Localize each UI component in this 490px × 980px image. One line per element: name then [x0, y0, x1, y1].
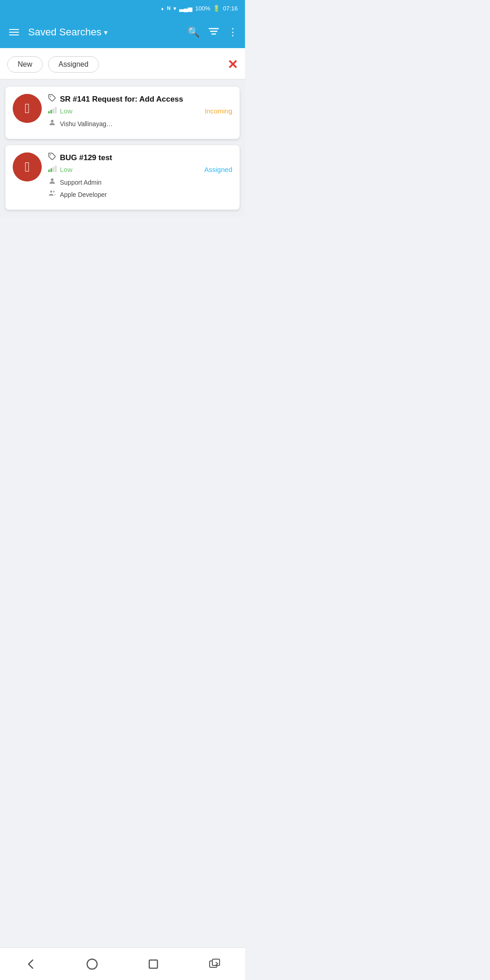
bluetooth-icon: ⬧ [161, 5, 164, 12]
svg-rect-11 [50, 168, 52, 172]
app-bar-title[interactable]: Saved Searches ▾ [28, 26, 180, 38]
ticket-card-1[interactable]:  SR #141 Request for: Add Access [5, 87, 240, 139]
ticket-title-2: BUG #129 test [60, 153, 112, 162]
tag-icon-2 [48, 152, 56, 163]
card-body-2: BUG #129 test Low Assigned [48, 152, 232, 201]
priority-row-2: Low [48, 166, 73, 173]
battery-text: 100% [195, 5, 210, 12]
priority-label-1: Low [60, 107, 73, 115]
assignee-row-1: Vishu Vallinayag… [48, 118, 232, 129]
close-filter-button[interactable]: ✕ [227, 57, 238, 72]
ticket-title-1: SR #141 Request for: Add Access [60, 95, 183, 104]
menu-button[interactable] [7, 27, 21, 37]
apple-logo-icon-2:  [25, 160, 30, 174]
app-bar: Saved Searches ▾ 🔍 ⋮ [0, 16, 245, 48]
status-badge-2: Assigned [204, 166, 232, 173]
svg-point-14 [51, 178, 54, 181]
search-icon[interactable]: 🔍 [187, 26, 200, 38]
svg-point-15 [50, 191, 53, 193]
svg-point-16 [53, 191, 55, 192]
chip-new[interactable]: New [7, 56, 43, 73]
avatar-2:  [13, 152, 42, 181]
time-text: 07:16 [223, 5, 238, 12]
title-dropdown-icon: ▾ [104, 28, 108, 37]
person-icon-1 [48, 118, 56, 129]
meta-row-1: Low Incoming [48, 107, 232, 115]
card-body-1: SR #141 Request for: Add Access Low Inco… [48, 94, 232, 131]
avatar-1:  [13, 94, 42, 123]
group-text-2: Apple Developer [60, 191, 107, 198]
priority-signal-icon-1 [48, 107, 57, 115]
filter-icon[interactable] [209, 26, 219, 38]
group-icon-2 [48, 189, 56, 200]
more-options-icon[interactable]: ⋮ [228, 26, 238, 38]
assignee-row-2: Support Admin [48, 177, 232, 187]
svg-point-3 [50, 96, 51, 97]
priority-signal-icon-2 [48, 166, 57, 173]
tag-icon-1 [48, 94, 56, 104]
svg-rect-7 [55, 107, 57, 113]
meta-row-2: Low Assigned [48, 166, 232, 173]
assignee-text-1: Vishu Vallinayag… [60, 120, 113, 127]
status-bar: ⬧ N ▾ ▃▄▅ 100% 🔋 07:16 [0, 0, 245, 16]
svg-rect-13 [55, 166, 57, 172]
title-text: Saved Searches [28, 26, 101, 38]
title-row-1: SR #141 Request for: Add Access [48, 94, 232, 104]
app-bar-actions: 🔍 ⋮ [187, 26, 238, 38]
status-badge-1: Incoming [205, 107, 232, 115]
priority-label-2: Low [60, 166, 73, 173]
title-row-2: BUG #129 test [48, 152, 232, 163]
status-icons: ⬧ N ▾ ▃▄▅ 100% 🔋 07:16 [161, 5, 238, 12]
signal-strength-icon: ▃▄▅ [179, 5, 192, 12]
person-icon-2 [48, 177, 56, 187]
nfc-icon: N [167, 5, 171, 11]
ticket-list:  SR #141 Request for: Add Access [0, 79, 245, 217]
svg-point-8 [51, 120, 54, 122]
battery-icon: 🔋 [213, 5, 220, 12]
svg-rect-12 [53, 167, 54, 172]
assignee-text-2: Support Admin [60, 179, 102, 186]
priority-row-1: Low [48, 107, 73, 115]
svg-rect-4 [48, 111, 50, 113]
svg-rect-5 [50, 110, 52, 113]
svg-rect-10 [48, 170, 50, 172]
filter-chips-area: New Assigned ✕ [0, 48, 245, 79]
group-row-2: Apple Developer [48, 189, 232, 200]
svg-rect-6 [53, 108, 54, 113]
ticket-card-2[interactable]:  BUG #129 test [5, 145, 240, 210]
chip-assigned[interactable]: Assigned [48, 56, 99, 73]
apple-logo-icon-1:  [25, 102, 30, 115]
wifi-icon: ▾ [173, 5, 176, 12]
svg-point-9 [50, 154, 51, 155]
